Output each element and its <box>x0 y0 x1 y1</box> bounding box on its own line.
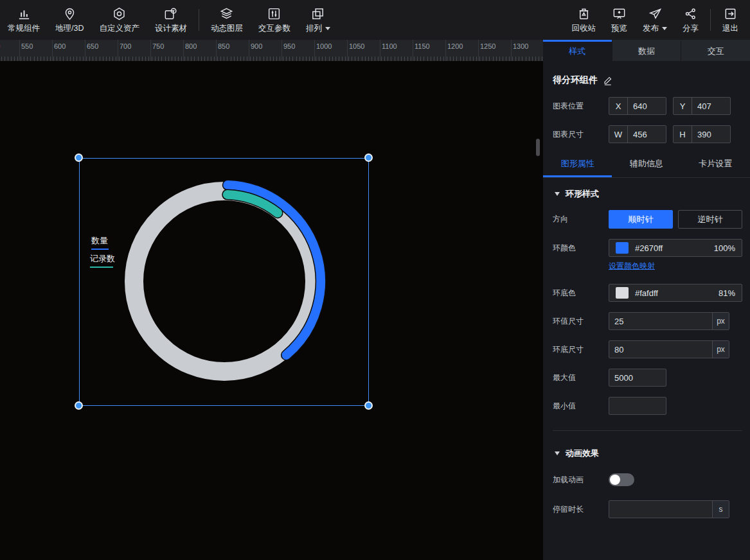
ring-base-color-hex: #fafdff <box>635 288 719 298</box>
toolbar-item-design-material[interactable]: 设计素材 <box>147 0 195 40</box>
edit-pencil-icon[interactable] <box>603 76 612 85</box>
chart-position-row: 图表位置 X Y <box>553 97 742 115</box>
ruler-minor-tick <box>270 57 271 61</box>
size-w-input[interactable] <box>628 126 666 143</box>
ruler-minor-tick <box>139 57 139 61</box>
ruler-minor-tick <box>181 57 182 61</box>
ruler-minor-tick <box>106 57 107 61</box>
ruler-minor-tick <box>424 57 424 61</box>
ruler-minor-tick <box>342 57 343 61</box>
ruler-minor-tick <box>158 57 159 61</box>
ruler-minor-tick <box>542 57 542 61</box>
ring-base-color-row: 环底色 #fafdff 81% <box>553 284 742 302</box>
counterclockwise-button[interactable]: 逆时针 <box>678 210 742 229</box>
min-value-input[interactable] <box>609 398 666 414</box>
tab-style[interactable]: 样式 <box>543 40 612 61</box>
ring-style-section-header[interactable]: 环形样式 <box>553 188 742 200</box>
animation-section-header[interactable]: 动画效果 <box>553 448 742 459</box>
ruler-minor-tick <box>479 57 480 61</box>
selection-handle[interactable] <box>364 153 373 162</box>
tab-interaction[interactable]: 交互 <box>681 40 750 61</box>
legend-item[interactable]: 数量 <box>91 235 109 250</box>
toolbar-item-publish[interactable]: 发布 <box>635 0 675 40</box>
ruler-minor-tick <box>34 57 35 61</box>
ring-color-picker[interactable]: #2670ff 100% <box>609 239 742 257</box>
toolbar-item-exit[interactable]: 退出 <box>715 0 746 40</box>
canvas-scrollbar-thumb[interactable] <box>536 139 540 156</box>
toolbar-item-sliders[interactable]: 交互参数 <box>251 0 298 40</box>
max-value-label: 最大值 <box>553 372 609 383</box>
base-size-input[interactable] <box>609 341 712 358</box>
ruler-minor-tick <box>240 57 241 61</box>
ruler-minor-tick <box>404 57 405 61</box>
toolbar-item-map-pin[interactable]: 地理/3D <box>48 0 91 40</box>
toolbar-item-layers[interactable]: 动态图层 <box>203 0 251 40</box>
toolbar-item-label: 退出 <box>722 23 738 34</box>
position-x-input[interactable] <box>628 98 666 114</box>
toolbar-left-group: 常规组件地理/3D自定义资产设计素材动态图层交互参数排列 <box>0 0 338 40</box>
size-h-input[interactable] <box>692 126 730 143</box>
ruler-minor-tick <box>161 57 162 61</box>
subtab-graphic-props[interactable]: 图形属性 <box>543 154 612 177</box>
ruler-minor-tick <box>100 57 100 61</box>
ruler-label: 750 <box>152 42 164 50</box>
max-value-field <box>609 369 666 387</box>
layers-icon <box>219 6 234 21</box>
ruler-minor-tick <box>437 57 438 61</box>
ruler-minor-tick <box>148 57 149 61</box>
max-value-input[interactable] <box>609 369 666 386</box>
toolbar-item-share[interactable]: 分享 <box>675 0 706 40</box>
ruler-minor-tick <box>142 57 143 61</box>
editor-canvas[interactable]: 数量记录数 <box>0 61 543 560</box>
ruler-major-tick <box>314 40 315 61</box>
ruler-label: 1100 <box>382 42 397 50</box>
ruler-label: 800 <box>185 42 197 50</box>
ruler-minor-tick <box>260 57 260 61</box>
ruler-minor-tick <box>21 57 21 61</box>
toolbar-item-hexagon-asset[interactable]: 自定义资产 <box>91 0 147 40</box>
loading-animation-toggle[interactable] <box>609 473 634 486</box>
loading-animation-row: 加载动画 <box>553 473 742 486</box>
clockwise-button[interactable]: 顺时针 <box>609 210 673 229</box>
color-map-link[interactable]: 设置颜色映射 <box>609 261 655 270</box>
subtab-aux-info[interactable]: 辅助信息 <box>612 154 681 177</box>
subtab-card-settings[interactable]: 卡片设置 <box>681 154 750 177</box>
map-pin-icon <box>62 6 77 21</box>
ring-base-color-picker[interactable]: #fafdff 81% <box>609 284 742 302</box>
ruler-minor-tick <box>136 57 136 61</box>
toolbar-item-preview[interactable]: 预览 <box>603 0 635 40</box>
ruler-minor-tick <box>1 57 2 61</box>
value-size-input[interactable] <box>609 313 712 329</box>
publish-icon <box>648 6 663 21</box>
ruler-label: 650 <box>87 42 98 50</box>
ruler-minor-tick <box>509 57 510 61</box>
selection-handle[interactable] <box>75 153 83 162</box>
selection-handle[interactable] <box>364 401 373 410</box>
toolbar-item-trash[interactable]: 回收站 <box>564 0 604 40</box>
ring-color-row: 环颜色 #2670ff 100% <box>553 239 742 257</box>
position-y-input[interactable] <box>692 98 730 114</box>
toolbar-item-arrange[interactable]: 排列 <box>298 0 338 40</box>
legend-item[interactable]: 记录数 <box>90 253 115 268</box>
duration-input[interactable] <box>609 501 712 518</box>
ruler-minor-tick <box>129 57 129 61</box>
ruler-minor-tick <box>70 57 71 61</box>
ruler-minor-tick <box>378 57 379 61</box>
ruler-minor-tick <box>253 57 254 61</box>
tab-data[interactable]: 数据 <box>612 40 681 61</box>
ruler-minor-tick <box>109 57 110 61</box>
ruler-minor-tick <box>473 57 474 61</box>
selection-box[interactable] <box>79 158 369 406</box>
ruler-minor-tick <box>14 57 15 61</box>
ruler-minor-tick <box>220 57 221 61</box>
value-size-label: 环值尺寸 <box>553 316 609 327</box>
ruler-minor-tick <box>27 57 28 61</box>
ruler-minor-tick <box>493 57 494 61</box>
ring-base-color-swatch <box>616 287 629 299</box>
ruler-minor-tick <box>306 57 307 61</box>
ruler-minor-tick <box>273 57 274 61</box>
toolbar-item-bar-chart[interactable]: 常规组件 <box>0 0 48 40</box>
section-divider <box>553 430 742 431</box>
selection-handle[interactable] <box>75 401 83 410</box>
toolbar-item-label: 设计素材 <box>155 23 187 34</box>
